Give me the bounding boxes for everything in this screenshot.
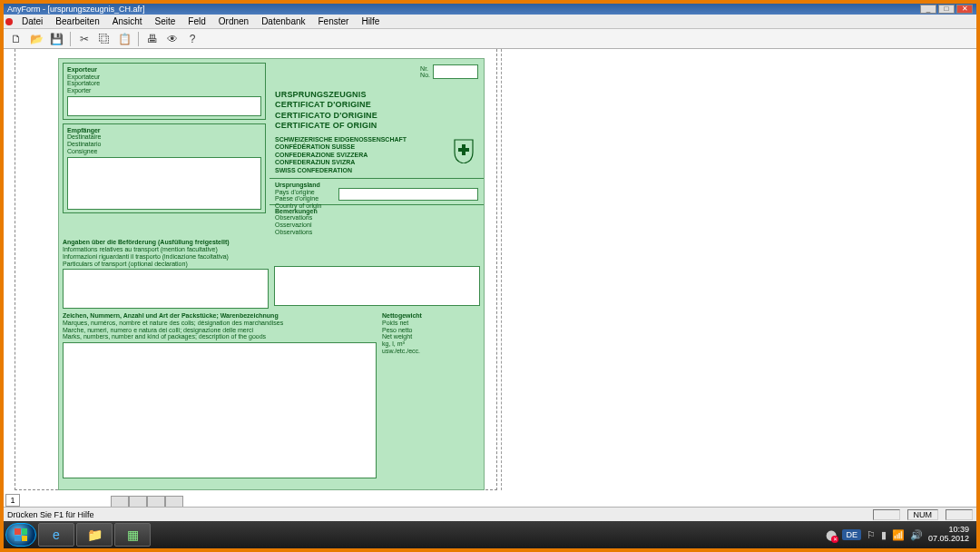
start-button[interactable] xyxy=(5,523,36,547)
windows-icon xyxy=(15,528,27,541)
remarks-label-it: Osservazioni xyxy=(275,222,478,229)
page-boundary-right xyxy=(501,49,502,490)
confed-fr: CONFÉDÉRATION SUISSE xyxy=(275,143,478,151)
taskbar-explorer-button[interactable]: 📁 xyxy=(76,523,113,547)
taskbar-ie-button[interactable]: e xyxy=(38,523,74,547)
menu-bearbeiten[interactable]: Bearbeiten xyxy=(50,16,104,26)
origin-field[interactable] xyxy=(338,188,478,201)
open-button[interactable]: 📂 xyxy=(27,31,45,47)
window-title: AnyForm - [ursprungszeugnis_CH.afr] xyxy=(7,4,145,15)
exporter-label-fr: Exportateur xyxy=(67,74,261,81)
taskbar: e 📁 ▦ ⬤ DE ⚐ ▮ 📶 🔊 10:39 07.05.2012 xyxy=(4,521,976,548)
netweight-label-en: Net weight xyxy=(382,333,480,340)
exporter-label-en: Exporter xyxy=(67,87,261,94)
page-ruler: 1 xyxy=(5,492,183,507)
origin-section: Ursprungsland Pays d'origine Paese d'ori… xyxy=(270,178,484,204)
taskbar-app-button[interactable]: ▦ xyxy=(114,523,151,547)
exporter-label-it: Esportatore xyxy=(67,80,261,87)
cut-icon: ✂ xyxy=(80,33,89,45)
transport-field[interactable] xyxy=(63,269,269,309)
system-tray: ⬤ DE ⚐ ▮ 📶 🔊 10:39 07.05.2012 xyxy=(826,526,975,544)
paste-icon: 📋 xyxy=(118,33,132,45)
menu-feld[interactable]: Feld xyxy=(182,16,211,26)
status-blank2 xyxy=(946,509,973,520)
page-tab[interactable] xyxy=(111,496,129,507)
save-button[interactable]: 💾 xyxy=(47,31,65,47)
security-icon[interactable]: ⬤ xyxy=(826,529,837,541)
svg-rect-1 xyxy=(458,148,469,152)
remarks-field[interactable] xyxy=(274,266,480,306)
netweight-unit2: usw./etc./ecc. xyxy=(382,348,480,355)
menu-datei[interactable]: Datei xyxy=(16,16,48,26)
page-tab[interactable] xyxy=(129,496,147,507)
ie-icon: e xyxy=(53,527,60,542)
exporter-section: Exporteur Exportateur Esportatore Export… xyxy=(63,63,266,120)
preview-button[interactable]: 👁 xyxy=(163,31,181,47)
netweight-label-fr: Poids net xyxy=(382,320,480,327)
transport-label-it: Informazioni riguardanti il trasporto (i… xyxy=(63,253,269,261)
confed-it: CONFEDERAZIONE SVIZZERA xyxy=(275,152,478,159)
menu-hilfe[interactable]: Hilfe xyxy=(356,16,385,26)
minimize-button[interactable]: _ xyxy=(920,5,936,14)
menu-seite[interactable]: Seite xyxy=(150,16,181,26)
wifi-icon[interactable]: 📶 xyxy=(892,529,905,541)
language-indicator[interactable]: DE xyxy=(842,529,861,540)
certificate-form: Exporteur Exportateur Esportatore Export… xyxy=(58,58,485,490)
print-button[interactable]: 🖶 xyxy=(143,31,162,47)
cut-button[interactable]: ✂ xyxy=(75,31,93,47)
save-icon: 💾 xyxy=(50,33,64,45)
paste-button[interactable]: 📋 xyxy=(115,31,133,47)
menu-ordnen[interactable]: Ordnen xyxy=(213,16,254,26)
flag-icon[interactable]: ⚐ xyxy=(867,529,876,541)
menu-datenbank[interactable]: Datenbank xyxy=(256,16,310,26)
status-blank xyxy=(873,509,900,520)
open-icon: 📂 xyxy=(30,33,44,45)
toolbar-separator xyxy=(70,32,71,46)
app-icon xyxy=(5,18,13,25)
number-box: Nr. No. xyxy=(420,64,478,79)
netweight-label-de: Nettogewicht xyxy=(382,312,480,320)
clock[interactable]: 10:39 07.05.2012 xyxy=(928,526,969,544)
maximize-button[interactable]: □ xyxy=(938,5,955,14)
status-hint: Drücken Sie F1 für Hilfe xyxy=(7,510,94,519)
menu-bar: Datei Bearbeiten Ansicht Seite Feld Ordn… xyxy=(4,15,976,29)
volume-icon[interactable]: 🔊 xyxy=(910,529,923,541)
remarks-label-de: Bemerkungen xyxy=(275,208,478,215)
copy-button[interactable]: ⿻ xyxy=(95,31,113,47)
app-icon: ▦ xyxy=(127,527,139,542)
goods-label-de: Zeichen, Nummern, Anzahl und Art der Pac… xyxy=(63,312,377,320)
toolbar: 🗋 📂 💾 ✂ ⿻ 📋 🖶 👁 ? xyxy=(4,29,976,49)
copy-icon: ⿻ xyxy=(99,33,110,45)
swiss-shield-icon xyxy=(453,138,475,163)
title-fr: CERTIFICAT D'ORIGINE xyxy=(275,100,478,110)
menu-fenster[interactable]: Fenster xyxy=(313,16,355,26)
remarks-label-en: Observations xyxy=(275,229,478,236)
menu-ansicht[interactable]: Ansicht xyxy=(107,16,148,26)
help-icon: ? xyxy=(190,33,196,45)
title-en: CERTIFICATE OF ORIGIN xyxy=(275,121,478,131)
nr-label-en: No. xyxy=(420,72,430,78)
consignee-section: Empfänger Destinataire Destinatario Cons… xyxy=(63,123,266,213)
page-tab[interactable] xyxy=(165,496,183,507)
remarks-section: Bemerkungen Observations Osservazioni Ob… xyxy=(270,204,484,240)
goods-field[interactable] xyxy=(63,342,377,478)
close-button[interactable]: ✕ xyxy=(956,5,973,14)
page-number[interactable]: 1 xyxy=(5,494,20,507)
nr-label-de: Nr. xyxy=(420,65,430,72)
new-button[interactable]: 🗋 xyxy=(7,31,25,47)
goods-row: Zeichen, Nummern, Anzahl und Art der Pac… xyxy=(59,312,484,478)
consignee-label-it: Destinatario xyxy=(67,141,261,148)
consignee-field[interactable] xyxy=(67,157,261,210)
help-button[interactable]: ? xyxy=(183,31,201,47)
transport-label-en: Particulars of transport (optional decla… xyxy=(63,261,269,268)
title-de: URSPRUNGSZEUGNIS xyxy=(275,90,478,100)
confederation-block: SCHWEIZERISCHE EIDGENOSSENSCHAFT CONFÉDÉ… xyxy=(270,134,484,178)
nr-field[interactable] xyxy=(433,64,478,79)
transport-label-de: Angaben über die Beförderung (Ausfüllung… xyxy=(63,239,269,246)
network-icon[interactable]: ▮ xyxy=(881,529,887,541)
consignee-label-de: Empfänger xyxy=(67,127,261,134)
exporter-field[interactable] xyxy=(67,96,261,116)
workspace: Exporteur Exportateur Esportatore Export… xyxy=(4,49,976,507)
consignee-label-en: Consignee xyxy=(67,148,261,155)
page-tab[interactable] xyxy=(147,496,165,507)
